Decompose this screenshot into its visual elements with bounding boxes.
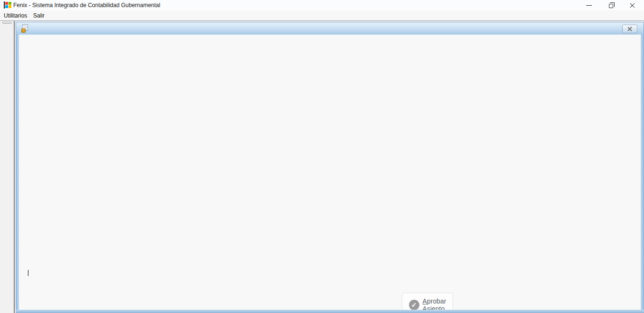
text-caret	[28, 270, 28, 276]
panel-grip-handle[interactable]	[2, 22, 12, 24]
menu-bar: Utilitarios Salir	[0, 10, 644, 21]
child-window-border	[641, 35, 644, 313]
restore-icon	[609, 4, 613, 8]
restore-button[interactable]	[601, 0, 621, 10]
app-window: Fenix - Sistema Integrado de Contabilida…	[0, 0, 644, 313]
close-button[interactable]	[623, 0, 643, 10]
child-close-button[interactable]	[622, 25, 637, 33]
minimize-button[interactable]	[579, 0, 599, 10]
child-window-titlebar	[16, 22, 644, 35]
app-logo-icon	[4, 1, 11, 9]
child-window-border	[16, 310, 644, 313]
child-close-icon	[627, 27, 632, 31]
minimize-icon	[586, 5, 592, 6]
journal-entry-icon	[21, 24, 30, 33]
title-bar: Fenix - Sistema Integrado de Contabilida…	[0, 0, 644, 10]
check-icon: ✓	[409, 300, 419, 310]
window-title: Fenix - Sistema Integrado de Contabilida…	[13, 2, 160, 9]
menu-item-salir[interactable]: Salir	[30, 12, 47, 20]
child-window-body	[19, 35, 641, 310]
child-window-border	[16, 35, 19, 313]
menu-item-utilitarios[interactable]: Utilitarios	[1, 12, 30, 20]
left-collapsed-panel[interactable]	[0, 21, 15, 313]
close-icon	[630, 2, 635, 8]
